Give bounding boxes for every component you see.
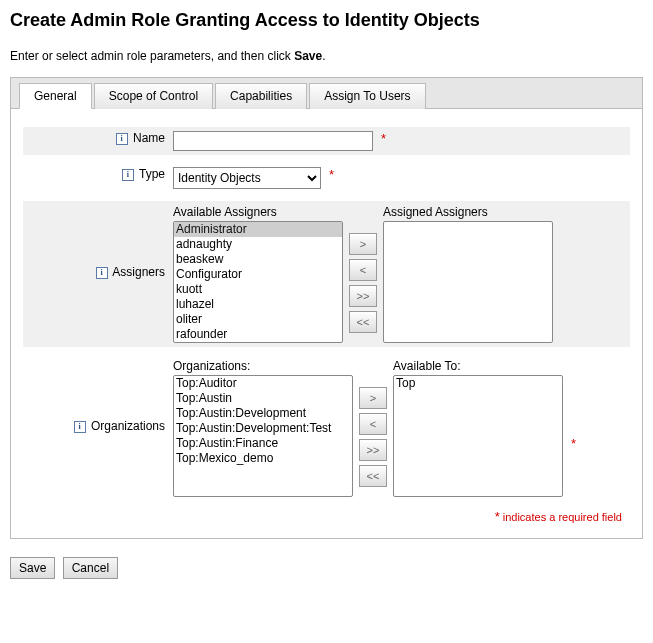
available-assigners-label: Available Assigners xyxy=(173,205,343,219)
row-organizations: i Organizations Organizations: Top:Audit… xyxy=(23,355,630,501)
page-title: Create Admin Role Granting Access to Ide… xyxy=(10,10,643,31)
required-footnote: * indicates a required field xyxy=(23,509,630,524)
row-type: i Type Identity Objects * xyxy=(23,163,630,193)
label-assigners: i Assigners xyxy=(23,201,173,283)
add-button[interactable]: > xyxy=(359,387,387,409)
required-marker: * xyxy=(329,167,334,182)
organizations-assigned-list[interactable]: Top xyxy=(393,375,563,497)
available-assigners-list[interactable]: AdministratoradnaughtybeaskewConfigurato… xyxy=(173,221,343,343)
tab-bar: General Scope of Control Capabilities As… xyxy=(11,78,642,109)
tab-panel-general: i Name * i Type Identity Objects * xyxy=(11,109,642,538)
assigned-assigners-list[interactable] xyxy=(383,221,553,343)
tab-general[interactable]: General xyxy=(19,83,92,109)
page-instruction: Enter or select admin role parameters, a… xyxy=(10,49,643,63)
remove-all-button[interactable]: << xyxy=(359,465,387,487)
action-bar: Save Cancel xyxy=(10,557,643,579)
row-assigners: i Assigners Available Assigners Administ… xyxy=(23,201,630,347)
organizations-assigned-label: Available To: xyxy=(393,359,563,373)
label-organizations: i Organizations xyxy=(23,355,173,437)
tab-capabilities[interactable]: Capabilities xyxy=(215,83,307,109)
save-button[interactable]: Save xyxy=(10,557,55,579)
required-marker: * xyxy=(381,131,386,146)
required-marker: * xyxy=(571,436,576,451)
info-icon[interactable]: i xyxy=(122,169,134,181)
info-icon[interactable]: i xyxy=(96,267,108,279)
tab-assign-to-users[interactable]: Assign To Users xyxy=(309,83,425,109)
add-button[interactable]: > xyxy=(349,233,377,255)
name-input[interactable] xyxy=(173,131,373,151)
label-type: i Type xyxy=(23,163,173,185)
add-all-button[interactable]: >> xyxy=(349,285,377,307)
tab-container: General Scope of Control Capabilities As… xyxy=(10,77,643,539)
tab-scope-of-control[interactable]: Scope of Control xyxy=(94,83,213,109)
row-name: i Name * xyxy=(23,127,630,155)
remove-button[interactable]: < xyxy=(349,259,377,281)
organizations-available-label: Organizations: xyxy=(173,359,353,373)
info-icon[interactable]: i xyxy=(74,421,86,433)
label-name: i Name xyxy=(23,127,173,149)
remove-all-button[interactable]: << xyxy=(349,311,377,333)
assigned-assigners-label: Assigned Assigners xyxy=(383,205,553,219)
info-icon[interactable]: i xyxy=(116,133,128,145)
add-all-button[interactable]: >> xyxy=(359,439,387,461)
organizations-available-list[interactable]: Top:AuditorTop:AustinTop:Austin:Developm… xyxy=(173,375,353,497)
cancel-button[interactable]: Cancel xyxy=(63,557,118,579)
remove-button[interactable]: < xyxy=(359,413,387,435)
type-select[interactable]: Identity Objects xyxy=(173,167,321,189)
